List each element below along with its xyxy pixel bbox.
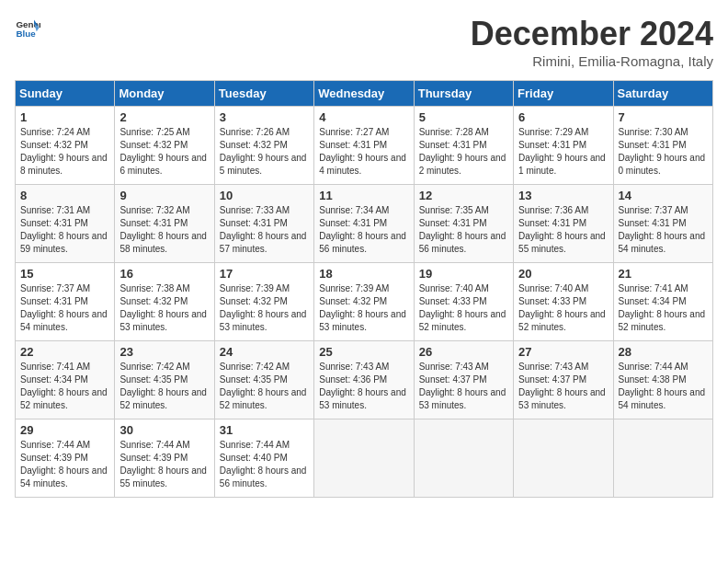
calendar-cell: 30Sunrise: 7:44 AMSunset: 4:39 PMDayligh… — [115, 419, 214, 498]
day-number: 16 — [119, 267, 209, 281]
calendar-cell — [514, 419, 613, 498]
calendar-cell: 12Sunrise: 7:35 AMSunset: 4:31 PMDayligh… — [414, 185, 513, 263]
cell-content: Sunrise: 7:39 AMSunset: 4:32 PMDaylight:… — [319, 282, 408, 334]
calendar-table: SundayMondayTuesdayWednesdayThursdayFrid… — [15, 80, 713, 498]
day-number: 23 — [119, 345, 209, 359]
cell-content: Sunrise: 7:44 AMSunset: 4:40 PMDaylight:… — [220, 439, 309, 490]
cell-content: Sunrise: 7:42 AMSunset: 4:35 PMDaylight:… — [119, 361, 209, 412]
week-row-4: 22Sunrise: 7:41 AMSunset: 4:34 PMDayligh… — [16, 341, 713, 419]
calendar-cell: 18Sunrise: 7:39 AMSunset: 4:32 PMDayligh… — [314, 263, 414, 341]
day-number: 24 — [220, 345, 309, 359]
calendar-cell — [613, 419, 712, 498]
calendar-cell — [414, 419, 513, 498]
calendar-cell: 26Sunrise: 7:43 AMSunset: 4:37 PMDayligh… — [414, 341, 513, 419]
week-row-2: 8Sunrise: 7:31 AMSunset: 4:31 PMDaylight… — [16, 185, 713, 263]
calendar-cell: 27Sunrise: 7:43 AMSunset: 4:37 PMDayligh… — [514, 341, 613, 419]
cell-content: Sunrise: 7:29 AMSunset: 4:31 PMDaylight:… — [518, 126, 608, 178]
calendar-cell: 13Sunrise: 7:36 AMSunset: 4:31 PMDayligh… — [514, 185, 613, 263]
day-number: 9 — [119, 189, 209, 202]
day-number: 7 — [619, 110, 708, 124]
week-row-5: 29Sunrise: 7:44 AMSunset: 4:39 PMDayligh… — [16, 419, 713, 498]
day-number: 17 — [220, 267, 309, 281]
day-number: 11 — [319, 189, 408, 202]
day-number: 3 — [220, 110, 309, 124]
calendar-cell: 23Sunrise: 7:42 AMSunset: 4:35 PMDayligh… — [115, 341, 214, 419]
calendar-cell: 2Sunrise: 7:25 AMSunset: 4:32 PMDaylight… — [115, 107, 214, 185]
calendar-cell: 19Sunrise: 7:40 AMSunset: 4:33 PMDayligh… — [414, 263, 513, 341]
calendar-cell: 16Sunrise: 7:38 AMSunset: 4:32 PMDayligh… — [115, 263, 214, 341]
day-number: 10 — [220, 189, 309, 202]
day-number: 5 — [419, 110, 508, 124]
calendar-cell: 14Sunrise: 7:37 AMSunset: 4:31 PMDayligh… — [613, 185, 712, 263]
day-number: 22 — [20, 345, 109, 359]
month-title: December 2024 — [471, 15, 713, 53]
day-number: 19 — [419, 267, 508, 281]
location-subtitle: Rimini, Emilia-Romagna, Italy — [471, 53, 713, 69]
day-number: 20 — [518, 267, 608, 281]
day-number: 30 — [119, 423, 209, 437]
svg-text:Blue: Blue — [16, 29, 36, 39]
calendar-cell: 8Sunrise: 7:31 AMSunset: 4:31 PMDaylight… — [16, 185, 115, 263]
calendar-cell: 6Sunrise: 7:29 AMSunset: 4:31 PMDaylight… — [514, 107, 613, 185]
calendar-cell: 28Sunrise: 7:44 AMSunset: 4:38 PMDayligh… — [613, 341, 712, 419]
calendar-cell: 9Sunrise: 7:32 AMSunset: 4:31 PMDaylight… — [115, 185, 214, 263]
day-number: 25 — [319, 345, 408, 359]
cell-content: Sunrise: 7:37 AMSunset: 4:31 PMDaylight:… — [20, 282, 109, 334]
calendar-cell: 21Sunrise: 7:41 AMSunset: 4:34 PMDayligh… — [613, 263, 712, 341]
cell-content: Sunrise: 7:34 AMSunset: 4:31 PMDaylight:… — [319, 204, 408, 256]
header-thursday: Thursday — [414, 81, 513, 107]
day-number: 14 — [619, 189, 708, 202]
cell-content: Sunrise: 7:31 AMSunset: 4:31 PMDaylight:… — [20, 204, 109, 256]
cell-content: Sunrise: 7:40 AMSunset: 4:33 PMDaylight:… — [419, 282, 508, 334]
calendar-cell: 24Sunrise: 7:42 AMSunset: 4:35 PMDayligh… — [214, 341, 313, 419]
day-number: 1 — [20, 110, 109, 124]
cell-content: Sunrise: 7:41 AMSunset: 4:34 PMDaylight:… — [619, 282, 708, 334]
calendar-cell — [314, 419, 414, 498]
calendar-cell: 20Sunrise: 7:40 AMSunset: 4:33 PMDayligh… — [514, 263, 613, 341]
day-number: 18 — [319, 267, 408, 281]
day-number: 15 — [20, 267, 109, 281]
day-number: 26 — [419, 345, 508, 359]
cell-content: Sunrise: 7:30 AMSunset: 4:31 PMDaylight:… — [619, 126, 708, 178]
cell-content: Sunrise: 7:44 AMSunset: 4:39 PMDaylight:… — [119, 439, 209, 490]
header-wednesday: Wednesday — [314, 81, 414, 107]
header-sunday: Sunday — [16, 81, 115, 107]
header: General Blue December 2024 Rimini, Emili… — [15, 15, 713, 69]
day-number: 28 — [619, 345, 708, 359]
logo-icon: General Blue — [15, 15, 40, 40]
cell-content: Sunrise: 7:36 AMSunset: 4:31 PMDaylight:… — [518, 204, 608, 256]
day-number: 29 — [20, 423, 109, 437]
cell-content: Sunrise: 7:25 AMSunset: 4:32 PMDaylight:… — [119, 126, 209, 178]
header-monday: Monday — [115, 81, 214, 107]
calendar-cell: 1Sunrise: 7:24 AMSunset: 4:32 PMDaylight… — [16, 107, 115, 185]
cell-content: Sunrise: 7:39 AMSunset: 4:32 PMDaylight:… — [220, 282, 309, 334]
calendar-cell: 31Sunrise: 7:44 AMSunset: 4:40 PMDayligh… — [214, 419, 313, 498]
cell-content: Sunrise: 7:35 AMSunset: 4:31 PMDaylight:… — [419, 204, 508, 256]
calendar-cell: 22Sunrise: 7:41 AMSunset: 4:34 PMDayligh… — [16, 341, 115, 419]
cell-content: Sunrise: 7:28 AMSunset: 4:31 PMDaylight:… — [419, 126, 508, 178]
cell-content: Sunrise: 7:37 AMSunset: 4:31 PMDaylight:… — [619, 204, 708, 256]
calendar-cell: 17Sunrise: 7:39 AMSunset: 4:32 PMDayligh… — [214, 263, 313, 341]
header-saturday: Saturday — [613, 81, 712, 107]
cell-content: Sunrise: 7:43 AMSunset: 4:37 PMDaylight:… — [419, 361, 508, 412]
cell-content: Sunrise: 7:32 AMSunset: 4:31 PMDaylight:… — [119, 204, 209, 256]
day-number: 4 — [319, 110, 408, 124]
week-row-1: 1Sunrise: 7:24 AMSunset: 4:32 PMDaylight… — [16, 107, 713, 185]
calendar-cell: 29Sunrise: 7:44 AMSunset: 4:39 PMDayligh… — [16, 419, 115, 498]
calendar-cell: 10Sunrise: 7:33 AMSunset: 4:31 PMDayligh… — [214, 185, 313, 263]
calendar-cell: 4Sunrise: 7:27 AMSunset: 4:31 PMDaylight… — [314, 107, 414, 185]
day-number: 31 — [220, 423, 309, 437]
cell-content: Sunrise: 7:33 AMSunset: 4:31 PMDaylight:… — [220, 204, 309, 256]
day-number: 12 — [419, 189, 508, 202]
cell-content: Sunrise: 7:24 AMSunset: 4:32 PMDaylight:… — [20, 126, 109, 178]
header-friday: Friday — [514, 81, 613, 107]
cell-content: Sunrise: 7:43 AMSunset: 4:36 PMDaylight:… — [319, 361, 408, 412]
day-number: 2 — [119, 110, 209, 124]
cell-content: Sunrise: 7:42 AMSunset: 4:35 PMDaylight:… — [220, 361, 309, 412]
calendar-cell: 11Sunrise: 7:34 AMSunset: 4:31 PMDayligh… — [314, 185, 414, 263]
week-row-3: 15Sunrise: 7:37 AMSunset: 4:31 PMDayligh… — [16, 263, 713, 341]
calendar-cell: 25Sunrise: 7:43 AMSunset: 4:36 PMDayligh… — [314, 341, 414, 419]
calendar-cell: 15Sunrise: 7:37 AMSunset: 4:31 PMDayligh… — [16, 263, 115, 341]
calendar-cell: 5Sunrise: 7:28 AMSunset: 4:31 PMDaylight… — [414, 107, 513, 185]
cell-content: Sunrise: 7:44 AMSunset: 4:39 PMDaylight:… — [20, 439, 109, 490]
